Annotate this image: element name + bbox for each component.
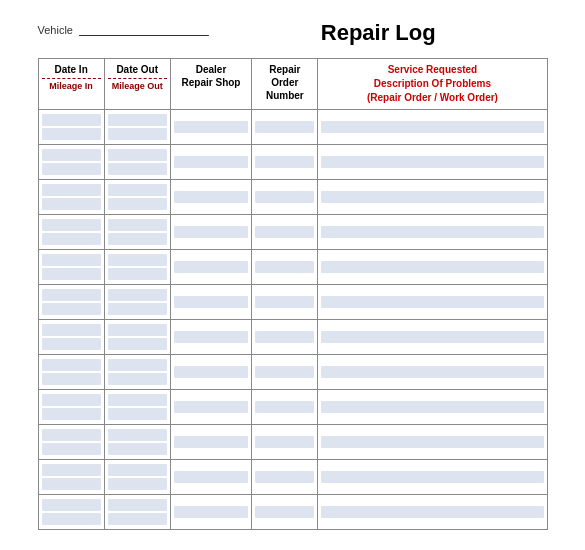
cell-service[interactable] (318, 180, 547, 215)
date-out-input[interactable] (108, 254, 167, 266)
date-out-input[interactable] (108, 359, 167, 371)
date-in-input[interactable] (42, 359, 101, 371)
date-in-input[interactable] (42, 149, 101, 161)
repair-order-input[interactable] (255, 191, 314, 203)
date-out-input[interactable] (108, 464, 167, 476)
dealer-input[interactable] (174, 156, 248, 168)
cell-date-in[interactable] (38, 495, 104, 530)
service-input[interactable] (321, 121, 543, 133)
cell-repair-order[interactable] (252, 250, 318, 285)
date-in-input[interactable] (42, 114, 101, 126)
dealer-input[interactable] (174, 401, 248, 413)
cell-date-out[interactable] (104, 390, 170, 425)
cell-dealer[interactable] (170, 320, 251, 355)
cell-dealer[interactable] (170, 250, 251, 285)
dealer-input[interactable] (174, 436, 248, 448)
mileage-out-input[interactable] (108, 163, 167, 175)
date-in-input[interactable] (42, 184, 101, 196)
date-in-input[interactable] (42, 464, 101, 476)
cell-date-in[interactable] (38, 215, 104, 250)
cell-date-out[interactable] (104, 355, 170, 390)
date-in-input[interactable] (42, 429, 101, 441)
date-out-input[interactable] (108, 219, 167, 231)
cell-repair-order[interactable] (252, 460, 318, 495)
mileage-in-input[interactable] (42, 373, 101, 385)
cell-service[interactable] (318, 460, 547, 495)
mileage-out-input[interactable] (108, 233, 167, 245)
date-out-input[interactable] (108, 394, 167, 406)
cell-repair-order[interactable] (252, 390, 318, 425)
mileage-in-input[interactable] (42, 478, 101, 490)
repair-order-input[interactable] (255, 156, 314, 168)
dealer-input[interactable] (174, 121, 248, 133)
mileage-in-input[interactable] (42, 128, 101, 140)
mileage-in-input[interactable] (42, 338, 101, 350)
repair-order-input[interactable] (255, 471, 314, 483)
repair-order-input[interactable] (255, 436, 314, 448)
date-in-input[interactable] (42, 289, 101, 301)
cell-service[interactable] (318, 285, 547, 320)
mileage-out-input[interactable] (108, 268, 167, 280)
cell-dealer[interactable] (170, 180, 251, 215)
cell-dealer[interactable] (170, 145, 251, 180)
cell-date-out[interactable] (104, 180, 170, 215)
cell-date-out[interactable] (104, 145, 170, 180)
mileage-in-input[interactable] (42, 163, 101, 175)
mileage-out-input[interactable] (108, 443, 167, 455)
service-input[interactable] (321, 471, 543, 483)
dealer-input[interactable] (174, 261, 248, 273)
cell-date-in[interactable] (38, 320, 104, 355)
cell-dealer[interactable] (170, 285, 251, 320)
cell-service[interactable] (318, 145, 547, 180)
date-out-input[interactable] (108, 429, 167, 441)
cell-service[interactable] (318, 355, 547, 390)
cell-date-out[interactable] (104, 320, 170, 355)
repair-order-input[interactable] (255, 506, 314, 518)
cell-dealer[interactable] (170, 495, 251, 530)
date-out-input[interactable] (108, 499, 167, 511)
dealer-input[interactable] (174, 366, 248, 378)
date-in-input[interactable] (42, 499, 101, 511)
cell-dealer[interactable] (170, 460, 251, 495)
service-input[interactable] (321, 436, 543, 448)
cell-date-out[interactable] (104, 250, 170, 285)
cell-repair-order[interactable] (252, 215, 318, 250)
cell-date-out[interactable] (104, 110, 170, 145)
cell-date-in[interactable] (38, 110, 104, 145)
cell-date-in[interactable] (38, 250, 104, 285)
cell-service[interactable] (318, 495, 547, 530)
cell-dealer[interactable] (170, 390, 251, 425)
date-out-input[interactable] (108, 114, 167, 126)
cell-dealer[interactable] (170, 425, 251, 460)
repair-order-input[interactable] (255, 226, 314, 238)
service-input[interactable] (321, 156, 543, 168)
dealer-input[interactable] (174, 331, 248, 343)
mileage-out-input[interactable] (108, 408, 167, 420)
cell-date-in[interactable] (38, 390, 104, 425)
repair-order-input[interactable] (255, 331, 314, 343)
cell-repair-order[interactable] (252, 110, 318, 145)
cell-service[interactable] (318, 250, 547, 285)
vehicle-input-line[interactable] (79, 24, 209, 36)
service-input[interactable] (321, 401, 543, 413)
mileage-in-input[interactable] (42, 198, 101, 210)
mileage-out-input[interactable] (108, 338, 167, 350)
mileage-out-input[interactable] (108, 513, 167, 525)
cell-repair-order[interactable] (252, 425, 318, 460)
cell-service[interactable] (318, 110, 547, 145)
cell-repair-order[interactable] (252, 355, 318, 390)
date-in-input[interactable] (42, 219, 101, 231)
repair-order-input[interactable] (255, 121, 314, 133)
cell-repair-order[interactable] (252, 495, 318, 530)
service-input[interactable] (321, 296, 543, 308)
mileage-out-input[interactable] (108, 373, 167, 385)
mileage-out-input[interactable] (108, 128, 167, 140)
dealer-input[interactable] (174, 226, 248, 238)
cell-date-in[interactable] (38, 425, 104, 460)
date-in-input[interactable] (42, 394, 101, 406)
dealer-input[interactable] (174, 191, 248, 203)
date-out-input[interactable] (108, 184, 167, 196)
cell-service[interactable] (318, 320, 547, 355)
cell-repair-order[interactable] (252, 320, 318, 355)
date-out-input[interactable] (108, 289, 167, 301)
